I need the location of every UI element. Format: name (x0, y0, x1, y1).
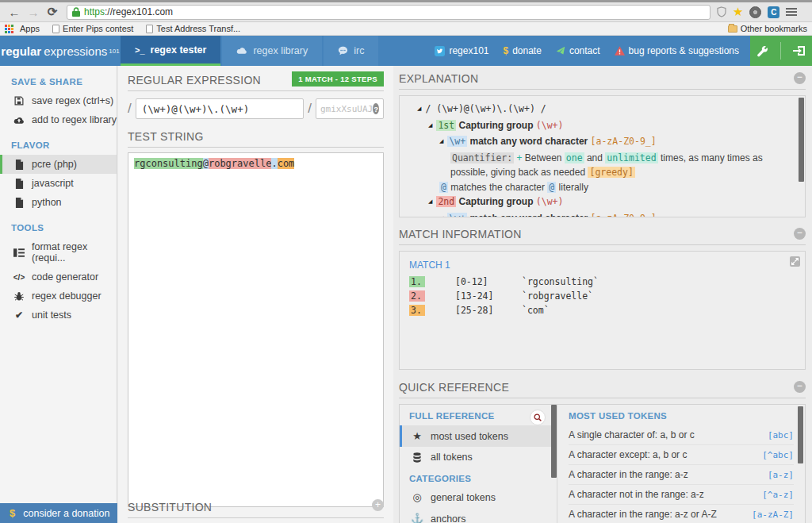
cloud-upload-icon (13, 116, 25, 125)
settings-wrench-button[interactable] (756, 45, 768, 57)
bookmark-item[interactable]: Enter Pips contest (52, 24, 133, 33)
token-row[interactable]: A character in the range: a-z[a-z] (569, 465, 794, 485)
scrollbar[interactable] (798, 406, 803, 463)
floppy-icon (13, 96, 25, 106)
refresh-icon[interactable]: ⟳ (43, 5, 62, 19)
results-column: EXPLANATION − ◢/ (\w+)@(\w+)\.(\w+) /◢1s… (399, 66, 806, 523)
export-matches-icon[interactable] (790, 256, 800, 267)
reference-item-all-tokens[interactable]: all tokens (400, 447, 557, 467)
token-row[interactable]: A character in the range: a-z or A-Z[a-z… (569, 505, 794, 523)
sidebar-item-python[interactable]: python (0, 193, 117, 212)
token-row[interactable]: A character except: a, b or c[^abc] (569, 445, 794, 465)
regex-delimiter: / (308, 101, 312, 117)
header-link-regex101[interactable]: regex101 (435, 45, 488, 56)
apps-shortcut[interactable]: Apps (5, 24, 40, 33)
test-string-input[interactable]: rgconsulting@robgravelle.com (128, 152, 384, 507)
other-bookmarks[interactable]: Other bookmarks (728, 24, 807, 33)
code-icon: </> (13, 273, 25, 282)
collapse-panel-icon[interactable]: − (794, 72, 806, 84)
explanation-line: ◢/ (\w+)@(\w+)\.(\w+) / (403, 102, 794, 118)
scrollbar[interactable] (551, 405, 557, 478)
collapse-arrow-icon[interactable]: ◢ (417, 106, 421, 111)
match-highlight: . (271, 158, 277, 169)
sign-in-button[interactable] (793, 45, 806, 56)
lock-icon (72, 7, 80, 17)
shield-icon[interactable] (717, 6, 726, 17)
collapse-arrow-icon[interactable]: ◢ (439, 215, 443, 218)
token-row[interactable]: A character not in the range: a-z[^a-z] (569, 485, 794, 505)
forward-icon[interactable]: → (24, 6, 43, 19)
collapse-arrow-icon[interactable]: ◢ (439, 138, 443, 144)
warning-icon (615, 46, 625, 56)
tab-irc[interactable]: irc (324, 36, 378, 66)
explanation-line: @ matches the character @ literally (403, 180, 794, 195)
reference-search-button[interactable] (530, 410, 546, 425)
list-icon (13, 248, 25, 257)
match-label: MATCH 1 (409, 260, 795, 271)
reference-item-most-used-tokens[interactable]: ★most used tokens (400, 425, 557, 447)
match-group-row: 3.[25-28]`com` (409, 305, 795, 316)
back-icon[interactable]: ← (5, 6, 24, 19)
reference-item-anchors[interactable]: ⚓anchors (400, 508, 557, 523)
terminal-icon: >_ (135, 45, 145, 55)
collapse-panel-icon[interactable]: − (794, 381, 806, 393)
regex-pattern-input[interactable]: (\w+)@(\w+)\.(\w+) (136, 98, 304, 119)
token-row[interactable]: A single character of: a, b or c[abc] (569, 425, 794, 445)
header-tools (750, 36, 812, 66)
token-code: [^abc] (762, 450, 794, 460)
match-rows: 1.[0-12]`rgconsulting`2.[13-24]`robgrave… (409, 276, 795, 316)
divider (780, 42, 781, 60)
apps-grid-icon (5, 25, 13, 33)
regex-editor-column: REGULAR EXPRESSION 1 match - 12 steps / … (118, 66, 393, 523)
token-code: [abc] (768, 430, 794, 440)
sidebar-section-title: SAVE & SHARE (0, 74, 117, 91)
match-group-row: 2.[13-24]`robgravelle` (409, 290, 795, 302)
address-bar[interactable]: https://regex101.com (67, 5, 710, 20)
explanation-line: Quantifier: + Between one and unlimited … (403, 151, 794, 180)
header-link-bug-reports-suggestions[interactable]: bug reports & suggestions (615, 45, 739, 56)
toolbar-right: ★ C (717, 5, 800, 19)
quick-reference-title: QUICK REFERENCE − (399, 381, 806, 398)
sidebar: SAVE & SHAREsave regex (ctrl+s)add to re… (0, 66, 117, 523)
sidebar-item-add-to-regex-library[interactable]: add to regex library (0, 110, 117, 129)
header-link-donate[interactable]: $donate (503, 45, 541, 56)
menu-icon[interactable] (786, 6, 797, 17)
header-link-contact[interactable]: contact (556, 45, 600, 56)
substitution-expand-icon[interactable]: + (372, 499, 384, 511)
tab-regex-library[interactable]: regex library (222, 36, 322, 66)
test-string-title: TEST STRING (128, 130, 384, 148)
scrollbar[interactable] (799, 98, 804, 182)
sidebar-item-format-regex-requi[interactable]: format regex (requi... (0, 237, 117, 267)
extension-icon[interactable]: C (768, 6, 779, 18)
header-tabs: >_regex testerregex libraryirc (121, 36, 380, 66)
match-information-title: MATCH INFORMATION − (399, 228, 806, 245)
browser-toolbar: ← → ⟳ https://regex101.com ★ C (0, 2, 812, 22)
token-list: MOST USED TOKENS A single character of: … (557, 405, 805, 523)
reference-item-general-tokens[interactable]: ◎general tokens (400, 486, 557, 508)
twitter-icon (435, 46, 445, 56)
match-information-panel: MATCH 1 1.[0-12]`rgconsulting`2.[13-24]`… (399, 251, 806, 370)
categories-heading: CATEGORIES (400, 467, 557, 486)
sidebar-item-javascript[interactable]: javascript (0, 174, 117, 193)
sidebar-item-save-regex-ctrl-s[interactable]: save regex (ctrl+s) (0, 91, 117, 110)
sidebar-item-code-generator[interactable]: </>code generator (0, 267, 117, 286)
tab-regex-tester[interactable]: >_regex tester (121, 36, 220, 66)
extension-icon[interactable] (749, 6, 761, 18)
sidebar-item-regex-debugger[interactable]: regex debugger (0, 286, 117, 306)
regex-flags-input[interactable]: gmixXsuUAJ ? (316, 98, 384, 119)
dollar-icon: $ (10, 507, 15, 519)
flags-help-icon[interactable]: ? (373, 103, 379, 114)
collapse-arrow-icon[interactable]: ◢ (428, 198, 432, 204)
bookmark-star-icon[interactable]: ★ (733, 5, 743, 19)
donation-button[interactable]: $ consider a donation (0, 503, 117, 523)
dollar-icon: $ (503, 45, 508, 56)
explanation-line: ◢1st Capturing group (\w+) (403, 118, 794, 135)
collapse-arrow-icon[interactable]: ◢ (428, 122, 432, 128)
cloud-icon (236, 47, 247, 55)
header-links: regex101$donatecontactbug reports & sugg… (435, 36, 739, 66)
sidebar-item-unit-tests[interactable]: ✔unit tests (0, 306, 117, 325)
site-logo[interactable]: regular expressions 101 (0, 36, 121, 66)
bookmark-item[interactable]: Test Address Transf... (146, 24, 240, 33)
collapse-panel-icon[interactable]: − (794, 228, 806, 240)
sidebar-item-pcre-php[interactable]: pcre (php) (0, 155, 117, 174)
